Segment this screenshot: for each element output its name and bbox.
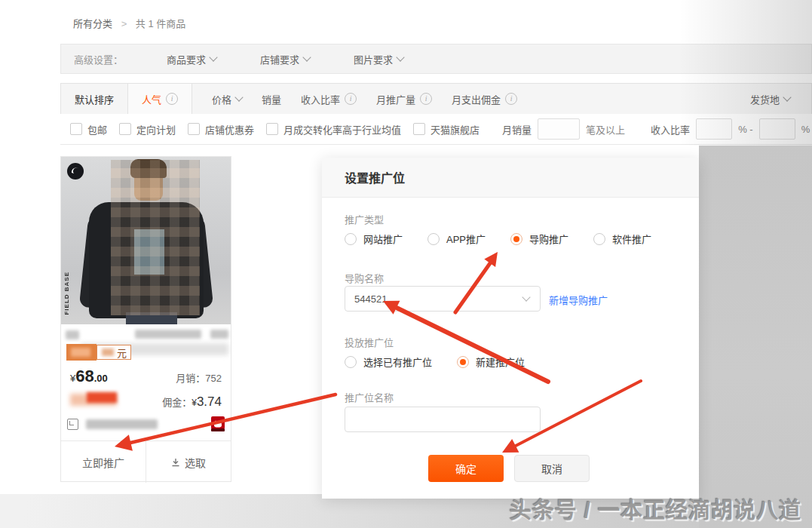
tmall-icon (211, 416, 225, 431)
download-icon (171, 458, 180, 467)
checkbox-icon[interactable] (188, 123, 200, 135)
filter-label: 店铺要求 (260, 52, 299, 66)
commission-value: 3.74 (197, 394, 222, 409)
sort-label: 销量 (262, 92, 281, 106)
sort-monthly-promo-volume[interactable]: 月推广量 i (376, 92, 432, 106)
coupon-amount-blurred (66, 344, 97, 361)
brand-badge-icon (67, 163, 84, 180)
sort-popularity[interactable]: 人气 i (128, 84, 192, 114)
radio-icon-selected[interactable] (510, 233, 522, 245)
info-icon[interactable]: i (345, 93, 357, 105)
chevron-down-icon (396, 53, 404, 61)
commission-label: 佣金： (162, 397, 192, 408)
sort-default[interactable]: 默认排序 (61, 84, 128, 114)
cancel-label: 取消 (541, 461, 562, 476)
chevron-down-icon (234, 93, 243, 101)
checkbox-icon[interactable] (413, 123, 425, 135)
checkbox-label: 定向计划 (136, 122, 176, 137)
placement-name-label: 推广位名称 (345, 390, 394, 404)
placement-name-input[interactable] (345, 407, 541, 432)
ship-from-label: 发货地 (750, 92, 780, 106)
placement-label: 投放推广位 (345, 335, 394, 349)
radio-new-placement[interactable]: 新建推广位 (457, 355, 525, 369)
income-ratio-max-input[interactable] (759, 118, 795, 140)
sort-price[interactable]: 价格 (212, 92, 242, 106)
commission: 佣金：¥3.74 (162, 394, 222, 410)
info-icon[interactable]: i (166, 93, 178, 105)
price-integer: 68 (75, 367, 93, 385)
filter-image-requirements[interactable]: 图片要求 (354, 52, 403, 66)
checkbox-label: 天猫旗舰店 (431, 122, 480, 137)
radio-existing-placement[interactable]: 选择已有推广位 (345, 355, 432, 369)
sort-monthly-commission-paid[interactable]: 月支出佣金 i (452, 92, 517, 106)
sort-sales[interactable]: 销量 (262, 92, 281, 106)
filter-label: 图片要求 (354, 52, 393, 66)
modal-title: 设置推广位 (345, 168, 405, 186)
ship-from-filter[interactable]: 发货地 (750, 92, 790, 106)
radio-icon[interactable] (427, 233, 440, 245)
commission-row: 佣金：¥3.74 (61, 392, 231, 410)
select-button[interactable]: 选取 (146, 441, 231, 483)
radio-icon[interactable] (593, 233, 605, 245)
radio-label: 网站推广 (363, 232, 403, 246)
price-decimal: .00 (94, 373, 108, 384)
monthly-sales-label: 月销： (176, 373, 205, 384)
promote-now-label: 立即推广 (82, 455, 124, 470)
info-icon[interactable]: i (420, 93, 432, 105)
checkbox-label: 月成交转化率高于行业均值 (283, 122, 401, 137)
checkbox-icon[interactable] (266, 123, 278, 135)
cancel-button[interactable]: 取消 (514, 455, 590, 482)
sort-label: 人气 (142, 92, 161, 106)
sort-income-ratio[interactable]: 收入比率 i (301, 92, 357, 106)
radio-website-promo[interactable]: 网站推广 (345, 232, 403, 246)
checkbox-icon[interactable] (119, 123, 131, 135)
sort-label: 月支出佣金 (452, 92, 501, 106)
placement-options: 选择已有推广位 新建推广位 (345, 355, 550, 369)
breadcrumb-all-categories[interactable]: 所有分类 (73, 18, 112, 29)
checkbox-tmall-flagship[interactable]: 天猫旗舰店 (413, 122, 480, 137)
promo-type-label: 推广类型 (345, 212, 384, 226)
checkbox-conversion-above-average[interactable]: 月成交转化率高于行业均值 (266, 122, 401, 137)
checkbox-targeted-plan[interactable]: 定向计划 (119, 122, 176, 137)
breadcrumb-item-count: 共 1 件商品 (136, 18, 185, 29)
guide-name-value: 544521 (354, 293, 387, 305)
pixelation-overlay (111, 160, 200, 315)
income-ratio-min-input[interactable] (696, 118, 732, 140)
advanced-settings-bar: 高级设置： 商品要求 店铺要求 图片要求 (60, 44, 812, 74)
checkbox-shop-coupon[interactable]: 店铺优惠券 (188, 122, 254, 137)
product-image[interactable]: FIELD BASE (61, 157, 231, 324)
set-promotion-modal: 设置推广位 推广类型 网站推广 APP推广 导购推广 软件推广 导购名称 544 (322, 158, 699, 499)
shop-row (61, 416, 231, 431)
coupon-unit: 元 (117, 345, 127, 360)
coupon-badge: 元 (66, 344, 131, 361)
blurred-title-text (66, 330, 79, 339)
checkbox-free-shipping[interactable]: 包邮 (70, 122, 107, 137)
shop-icon (67, 419, 78, 430)
confirm-button[interactable]: 确定 (428, 455, 504, 482)
sort-label: 月推广量 (376, 92, 415, 106)
chevron-down-icon (783, 93, 791, 101)
radio-guide-promo[interactable]: 导购推广 (510, 232, 568, 246)
guide-name-select[interactable]: 544521 (345, 286, 541, 312)
monthly-sales-input[interactable] (538, 118, 580, 140)
add-guide-promo-link[interactable]: 新增导购推广 (549, 293, 608, 307)
info-icon[interactable]: i (505, 93, 517, 105)
card-button-row: 立即推广 选取 (61, 441, 231, 483)
income-ratio-unit: % - (738, 124, 753, 135)
radio-software-promo[interactable]: 软件推广 (593, 232, 651, 246)
income-ratio-filter: 收入比率 % - % (651, 118, 810, 140)
monthly-sales-suffix: 笔及以上 (586, 122, 625, 137)
radio-app-promo[interactable]: APP推广 (427, 232, 486, 246)
checkbox-icon[interactable] (70, 123, 82, 135)
radio-icon[interactable] (345, 233, 357, 245)
filter-shop-requirements[interactable]: 店铺要求 (260, 52, 310, 66)
product-price: ¥68.00 (70, 367, 108, 386)
guide-name-label: 导购名称 (345, 271, 384, 285)
income-ratio-unit: % (801, 124, 810, 135)
radio-icon[interactable] (345, 356, 357, 368)
filter-label: 商品要求 (167, 52, 206, 66)
promote-now-button[interactable]: 立即推广 (61, 441, 146, 483)
filter-product-requirements[interactable]: 商品要求 (167, 52, 216, 66)
radio-icon-selected[interactable] (457, 356, 469, 368)
select-label: 选取 (185, 455, 206, 470)
